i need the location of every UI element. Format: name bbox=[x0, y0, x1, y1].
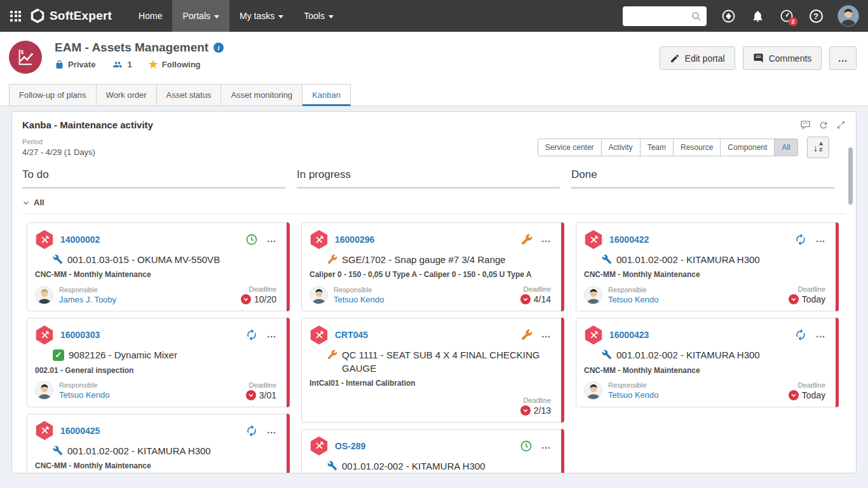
recurrence-icon bbox=[794, 329, 807, 341]
work-order-icon bbox=[35, 325, 54, 344]
softexpert-logo[interactable]: SoftExpert bbox=[30, 8, 112, 24]
priority-stripe bbox=[836, 222, 839, 311]
tab-work-order[interactable]: Work order bbox=[97, 84, 157, 106]
chevron-down-icon bbox=[278, 15, 283, 18]
kanban-card[interactable]: 16000423 ... 001.01.02-002 - KITAMURA H3… bbox=[576, 318, 839, 407]
filter-resource[interactable]: Resource bbox=[674, 139, 721, 156]
priority-stripe bbox=[836, 318, 839, 407]
pending-tasks-gauge-icon[interactable]: 2 bbox=[779, 8, 794, 24]
priority-stripe bbox=[561, 222, 564, 311]
card-menu-button[interactable]: ... bbox=[541, 333, 551, 337]
chevron-down-icon bbox=[329, 15, 334, 18]
swimlane-group-all[interactable]: All bbox=[22, 198, 846, 214]
card-id-link[interactable]: CRT045 bbox=[335, 330, 368, 340]
recurrence-icon bbox=[245, 329, 258, 341]
filter-component[interactable]: Component bbox=[721, 139, 775, 156]
kanban-card[interactable]: 14000002 ... 001.01.03-015 - OKUMA MV-55… bbox=[27, 222, 290, 311]
card-id-link[interactable]: 16000303 bbox=[60, 330, 100, 340]
wrench-icon bbox=[602, 349, 612, 360]
calibration-icon bbox=[327, 349, 337, 360]
priority-stripe bbox=[561, 318, 564, 423]
card-id-link[interactable]: 14000002 bbox=[60, 234, 100, 245]
tab-asset-monitoring[interactable]: Asset monitoring bbox=[221, 84, 302, 106]
tab-asset-status[interactable]: Asset status bbox=[157, 84, 222, 106]
card-id-link[interactable]: 16000425 bbox=[60, 426, 100, 436]
period-block: Period 4/27 - 4/29 (1 Days) bbox=[22, 138, 95, 157]
search-icon bbox=[691, 11, 702, 22]
kanban-card[interactable]: 16000296 ... SGE/1702 - Snap gauge #7 3/… bbox=[301, 222, 564, 311]
wrench-icon bbox=[327, 461, 337, 471]
workspace-icon[interactable] bbox=[721, 8, 736, 24]
deadline-icon bbox=[246, 390, 256, 400]
panel-expand-icon[interactable] bbox=[836, 120, 846, 130]
column-header-done: Done bbox=[571, 168, 834, 189]
column-header-todo: To do bbox=[22, 168, 285, 189]
panel-title: Kanba - Maintenance activity bbox=[22, 119, 153, 130]
recurrence-icon bbox=[245, 424, 258, 437]
card-id-link[interactable]: 16000423 bbox=[609, 330, 649, 340]
comments-button[interactable]: Comments bbox=[743, 46, 822, 70]
panel-refresh-icon[interactable] bbox=[818, 120, 829, 130]
deadline-label: Deadline bbox=[520, 396, 551, 404]
menu-tools[interactable]: Tools bbox=[294, 0, 344, 32]
priority-stripe bbox=[287, 414, 290, 473]
filter-all[interactable]: All bbox=[775, 139, 797, 156]
kanban-card[interactable]: OS-289 ... 001.01.02-002 - KITAMURA H300… bbox=[301, 429, 564, 473]
responsible-link[interactable]: James J. Tooby bbox=[59, 295, 116, 304]
card-id-link[interactable]: OS-289 bbox=[335, 441, 365, 451]
panel-scrollbar-thumb[interactable] bbox=[848, 147, 853, 205]
main-menu: Home Portals My tasks Tools bbox=[128, 0, 344, 32]
menu-my-tasks[interactable]: My tasks bbox=[229, 0, 294, 32]
app-grid-icon[interactable] bbox=[10, 11, 21, 22]
notifications-bell-icon[interactable] bbox=[750, 8, 765, 24]
responsible-link[interactable]: Tetsuo Kendo bbox=[59, 390, 110, 400]
members-chip[interactable]: 1 bbox=[112, 60, 132, 69]
swimlane-filter-group: Service center Activity Team Resource Co… bbox=[538, 139, 798, 156]
kanban-card[interactable]: 16000422 ... 001.01.02-002 - KITAMURA H3… bbox=[576, 222, 839, 311]
kanban-column-done: 16000422 ... 001.01.02-002 - KITAMURA H3… bbox=[571, 222, 846, 473]
responsible-link[interactable]: Tetsuo Kendo bbox=[608, 295, 659, 304]
kanban-card[interactable]: 16000425 ... 001.01.02-002 - KITAMURA H3… bbox=[27, 414, 290, 473]
sort-button[interactable]: ↓ AZ bbox=[807, 137, 829, 158]
info-icon[interactable]: i bbox=[214, 43, 224, 53]
card-activity: CNC-MM - Monthly Maintenance bbox=[35, 461, 276, 470]
avatar bbox=[584, 286, 602, 304]
deadline-icon bbox=[241, 294, 251, 304]
card-menu-button[interactable]: ... bbox=[816, 333, 825, 337]
tab-kanban[interactable]: Kanban bbox=[302, 84, 351, 106]
deadline-value: 10/20 bbox=[254, 294, 276, 304]
more-actions-button[interactable]: ... bbox=[829, 46, 857, 70]
menu-home[interactable]: Home bbox=[128, 0, 172, 32]
kanban-card[interactable]: 16000303 ... ✓9082126 - Dynamic Mixer 00… bbox=[27, 318, 290, 407]
card-menu-button[interactable]: ... bbox=[541, 238, 551, 241]
user-avatar[interactable] bbox=[837, 5, 859, 27]
filter-team[interactable]: Team bbox=[641, 139, 674, 156]
card-menu-button[interactable]: ... bbox=[816, 238, 825, 241]
chevron-down-icon bbox=[22, 199, 30, 207]
responsible-link[interactable]: Tetsuo Kendo bbox=[334, 295, 384, 304]
following-chip[interactable]: ★ Following bbox=[149, 59, 201, 70]
deadline-label: Deadline bbox=[789, 285, 825, 293]
card-menu-button[interactable]: ... bbox=[267, 429, 276, 433]
edit-portal-button[interactable]: Edit portal bbox=[660, 46, 735, 70]
gauge-badge: 2 bbox=[789, 17, 797, 26]
responsible-link[interactable]: Tetsuo Kendo bbox=[608, 390, 659, 400]
tab-follow-up-of-plans[interactable]: Follow-up of plans bbox=[9, 84, 97, 106]
card-menu-button[interactable]: ... bbox=[267, 333, 276, 337]
responsible-label: Responsible bbox=[334, 286, 384, 294]
card-menu-button[interactable]: ... bbox=[267, 238, 276, 241]
kanban-card[interactable]: CRT045 ... QC 1111 - SEAT SUB 4 X 4 FINA… bbox=[301, 318, 564, 423]
filter-activity[interactable]: Activity bbox=[602, 139, 641, 156]
star-icon: ★ bbox=[149, 59, 158, 70]
menu-portals[interactable]: Portals bbox=[172, 0, 229, 32]
deadline-value: Today bbox=[802, 390, 825, 400]
deadline-value: 2/13 bbox=[534, 405, 551, 416]
card-activity: IntCal01 - Internal Calibration bbox=[309, 379, 551, 388]
filter-service-center[interactable]: Service center bbox=[538, 139, 602, 156]
panel-comment-icon[interactable] bbox=[800, 119, 811, 130]
card-menu-button[interactable]: ... bbox=[541, 444, 551, 448]
card-id-link[interactable]: 16000296 bbox=[335, 234, 374, 245]
card-asset: 001.01.03-015 - OKUMA MV-550VB bbox=[67, 254, 220, 266]
card-id-link[interactable]: 16000422 bbox=[609, 234, 649, 245]
help-icon[interactable]: ? bbox=[808, 8, 824, 24]
